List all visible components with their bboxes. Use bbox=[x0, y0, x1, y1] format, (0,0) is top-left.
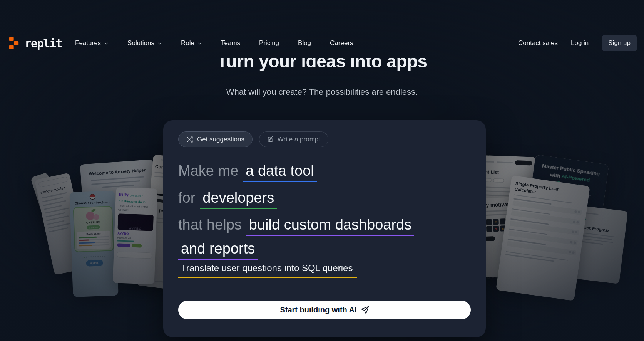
anxiety-body-placeholder bbox=[91, 176, 145, 189]
frilly-date: February 28 bbox=[117, 236, 153, 240]
sign-up-button[interactable]: Sign up bbox=[602, 35, 637, 51]
prompt-fill-capability[interactable]: build custom dashboards bbox=[246, 216, 414, 236]
nav-item-pricing[interactable]: Pricing bbox=[259, 39, 279, 47]
nav-actions: Contact sales Log in Sign up bbox=[518, 34, 637, 52]
loan-form-placeholder bbox=[507, 198, 582, 255]
frilly-action-pills bbox=[117, 243, 152, 248]
replit-wordmark: replit bbox=[25, 37, 62, 50]
nav-item-blog[interactable]: Blog bbox=[298, 39, 311, 47]
pokemon-header: Choose Your Pokémon bbox=[72, 200, 113, 205]
start-building-button[interactable]: Start building with AI bbox=[178, 301, 471, 319]
frilly-subtext: Here's what I found for this weekend: bbox=[118, 204, 154, 213]
prompt-static-text: that helps bbox=[178, 217, 242, 233]
frilly-logo: frilly bbox=[119, 191, 129, 197]
chevron-down-icon bbox=[157, 41, 162, 46]
grant-apply-button bbox=[515, 160, 532, 166]
frilly-headline: fun things to do in bbox=[119, 199, 154, 204]
bg-card-frilly: frillyCONCIERGE fun things to do in Here… bbox=[113, 187, 158, 284]
cherubi-illustration bbox=[86, 210, 100, 220]
prompt-line-3: that helpsbuild custom dashboards bbox=[178, 213, 474, 240]
prompt-line-2: fordevelopers bbox=[178, 186, 474, 213]
prompt-fill-app-type[interactable]: a data tool bbox=[243, 162, 316, 182]
nav-item-solutions[interactable]: Solutions bbox=[127, 39, 162, 47]
replit-logo-mark bbox=[8, 37, 20, 50]
page-subtitle: What will you create? The possibilities … bbox=[0, 87, 644, 97]
contact-sales-link[interactable]: Contact sales bbox=[518, 39, 558, 47]
headline-clip-region: Turn your ideas into apps bbox=[0, 58, 644, 75]
pokemon-action-button: Rattle! bbox=[86, 260, 103, 267]
prompt-static-text: for bbox=[178, 190, 195, 206]
nav-item-role[interactable]: Role bbox=[181, 39, 202, 47]
top-navigation: replit Features Solutions Role Teams Pri… bbox=[0, 34, 644, 52]
prompt-line-4: and reports bbox=[178, 240, 474, 264]
frilly-artist: AYYBO bbox=[117, 231, 153, 236]
builder-mode-tabs: Get suggestions Write a prompt bbox=[178, 131, 328, 147]
replit-logo[interactable]: replit bbox=[8, 34, 62, 52]
tab-get-suggestions[interactable]: Get suggestions bbox=[178, 131, 253, 147]
track-body-placeholder bbox=[579, 232, 621, 247]
prompt-fill-audience[interactable]: developers bbox=[200, 189, 277, 209]
bg-card-loan-calculator: Single Property LoanCalculator bbox=[496, 175, 590, 301]
edit-icon bbox=[267, 136, 274, 143]
prompt-static-text: Make me bbox=[178, 163, 238, 179]
frilly-tagline: CONCIERGE bbox=[130, 194, 143, 197]
chevron-down-icon bbox=[104, 41, 109, 46]
shuffle-icon bbox=[186, 136, 193, 143]
anxiety-title: Welcome to Anxiety Helper bbox=[86, 168, 148, 176]
chevron-down-icon bbox=[197, 41, 202, 46]
pokemon-creature-card: CHERUBI GRASS BASE STATS bbox=[73, 206, 114, 252]
carousel-dots bbox=[74, 255, 115, 258]
prompt-line-1: Make mea data tool bbox=[178, 159, 474, 186]
prompt-preview: Make mea data tool fordevelopers that he… bbox=[178, 159, 474, 264]
frilly-event-thumbnail: AYYBO bbox=[118, 213, 154, 231]
nav-item-careers[interactable]: Careers bbox=[330, 39, 353, 47]
page-headline: Turn your ideas into apps bbox=[0, 58, 644, 72]
grant-title: grant List bbox=[478, 169, 532, 176]
frilly-chat-input bbox=[117, 251, 152, 259]
pokemon-type-badge: GRASS bbox=[87, 225, 100, 229]
pokemon-name: CHERUBI bbox=[76, 220, 110, 225]
grant-header bbox=[478, 159, 532, 166]
nav-item-teams[interactable]: Teams bbox=[221, 39, 240, 47]
frilly-logo-row: frillyCONCIERGE bbox=[119, 190, 154, 198]
frilly-link-placeholder bbox=[117, 240, 134, 242]
prompt-suggestion-line: Translate user questions into SQL querie… bbox=[178, 262, 357, 278]
pokemon-stats-box: BASE STATS bbox=[77, 230, 111, 249]
prompt-fill-suggestion[interactable]: Translate user questions into SQL querie… bbox=[178, 262, 357, 278]
tab-write-a-prompt[interactable]: Write a prompt bbox=[259, 131, 328, 147]
send-icon bbox=[361, 306, 369, 314]
bg-card-pokemon: Choose Your Pokémon CHERUBI GRASS BASE S… bbox=[69, 191, 118, 297]
log-in-link[interactable]: Log in bbox=[571, 39, 589, 47]
replit-landing-page: explore movies Welcome to Anxiety Helper… bbox=[0, 0, 644, 341]
ai-builder-card: Get suggestions Write a prompt Make mea … bbox=[163, 120, 486, 337]
pokeball-icon bbox=[89, 194, 95, 200]
prompt-fill-capability-cont[interactable]: and reports bbox=[178, 240, 258, 260]
nav-links: Features Solutions Role Teams Pricing Bl… bbox=[75, 34, 353, 52]
nav-item-features[interactable]: Features bbox=[75, 39, 109, 47]
